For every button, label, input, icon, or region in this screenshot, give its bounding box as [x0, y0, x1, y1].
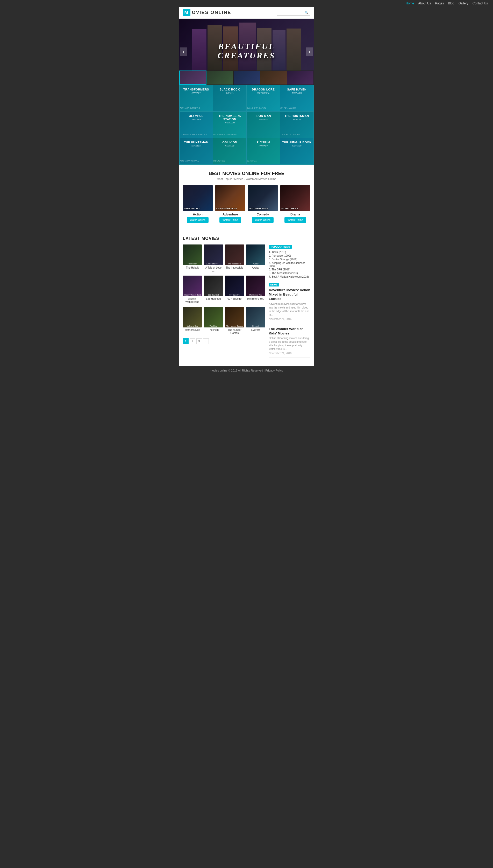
news-badge: NEWS — [269, 283, 279, 287]
logo: M OVIES ONLINE — [183, 9, 231, 16]
latest-movies-col: The Hobbit The Hobbit A Tale of Love ...… — [183, 245, 265, 361]
movie-grid-item[interactable]: THE HUNTSMAN ACTION THE HUNTSMAN — [280, 112, 314, 138]
popular-film-item: 4. Keeping Up with the Joneses (2016) — [269, 262, 310, 267]
movie-grid-item[interactable]: SAFE HAVEN THRILLER SAFE HAVEN — [280, 85, 314, 111]
hero-image: BEAUTIFUL CREATURES — [179, 19, 314, 70]
popular-film-item: 7. Boo! A Madea Halloween (2016) — [269, 275, 310, 278]
popular-films-list: 1. Trolls (2016)2. Romance (1999)3. Doct… — [269, 251, 310, 278]
best-movies-section: BEST MOVIES ONLINE FOR FREE Most Popular… — [179, 165, 314, 232]
best-movies-title: BEST MOVIES ONLINE FOR FREE — [183, 171, 310, 176]
page-button[interactable]: 2 — [190, 338, 195, 344]
news-body: Online streaming movies are doing a grea… — [269, 336, 310, 351]
movie-grid-item[interactable]: OBLIVION FANTASY OBLIVION — [213, 138, 246, 164]
movie-grid-item[interactable]: THE JUNGLE BOOK FANTASY — [280, 138, 314, 164]
slider-next-button[interactable]: › — [306, 47, 313, 56]
movie-card[interactable]: 007 Spectre 007 Spectre — [225, 275, 244, 304]
movie-row: Alice in Wonderland Alice in Wonderland … — [183, 275, 265, 304]
movie-card-name: A Tale of Love ... — [204, 266, 223, 272]
nav-blog[interactable]: Blog — [448, 2, 454, 5]
nav-home[interactable]: Home — [406, 2, 414, 5]
watch-online-button[interactable]: Watch Online — [187, 217, 209, 223]
nav-about[interactable]: About Us — [418, 2, 431, 5]
hero-slider: BEAUTIFUL CREATURES ‹ › — [179, 19, 314, 85]
nav-gallery[interactable]: Gallery — [458, 2, 468, 5]
best-movies-subtitle: Most Popular Movies - Watch All Movies O… — [183, 177, 310, 181]
movie-grid-item[interactable]: IRON MAN FANTASY — [247, 112, 280, 138]
movie-grid: TRANSFORMERS FANTASY TRANSFORMERS BLACK … — [179, 85, 314, 165]
best-movie-card: LES MISÉRABLES Adventure Watch Online — [215, 185, 245, 223]
movie-card-name: 007 Spectre — [225, 297, 244, 301]
movie-grid-item[interactable]: THE HUNTSMAN THRILLER THE HUNTSMAN — [180, 138, 213, 164]
poster-label: LES MISÉRABLES — [216, 207, 237, 210]
movie-thumbnail: The Hunger Games — [225, 307, 244, 327]
site-footer: movies online © 2016 All Rights Reserved… — [0, 366, 493, 375]
movie-thumbnail: Me Before You — [246, 275, 265, 296]
movie-grid-section: TRANSFORMERS FANTASY TRANSFORMERS BLACK … — [179, 85, 314, 165]
movie-card[interactable]: The Impossible The Impossible — [225, 245, 244, 272]
thumb-2[interactable] — [207, 70, 233, 85]
latest-title: LATEST MOVIES — [183, 236, 310, 241]
thumb-5[interactable] — [287, 70, 314, 85]
movie-card-name: Avatar — [246, 266, 265, 269]
movie-poster: LES MISÉRABLES — [215, 185, 245, 211]
popular-film-item: 1. Trolls (2016) — [269, 251, 310, 253]
best-movie-name: Adventure — [215, 212, 245, 216]
poster-label: INTO DARKNESS — [249, 207, 268, 210]
top-navigation: Home About Us Pages Blog Gallery Contact… — [0, 0, 493, 7]
movie-card[interactable]: Avatar Avatar — [246, 245, 265, 272]
popular-film-item: 2. Romance (1999) — [269, 254, 310, 257]
movie-poster: BROKEN CITY — [183, 185, 213, 211]
search-box[interactable]: 🔍 — [277, 10, 310, 16]
page-button[interactable]: 3 — [196, 338, 202, 344]
nav-contact[interactable]: Contact Us — [473, 2, 488, 5]
thumb-4[interactable] — [260, 70, 287, 85]
news-title[interactable]: The Wonder World of Kids' Movies — [269, 327, 310, 336]
movie-card[interactable]: The Hobbit The Hobbit — [183, 245, 202, 272]
popular-film-item: 3. Doctor Strange (2016) — [269, 258, 310, 261]
movie-card[interactable]: Alice in Wonderland Alice in Wonderland — [183, 275, 202, 304]
movie-card-name: The Hunger Games — [225, 329, 244, 335]
movie-thumbnail: The Hobbit — [183, 245, 202, 265]
nav-pages[interactable]: Pages — [435, 2, 444, 5]
hero-title: BEAUTIFUL CREATURES — [218, 42, 275, 60]
latest-section: LATEST MOVIES The Hobbit The Hobbit A Ta… — [179, 232, 314, 366]
watch-online-button[interactable]: Watch Online — [252, 217, 274, 223]
poster-label: WORLD WAR Z — [281, 207, 298, 210]
movie-card[interactable]: The Help The Help — [204, 307, 223, 335]
movie-grid-item[interactable]: TRANSFORMERS FANTASY TRANSFORMERS — [180, 85, 213, 111]
movie-card[interactable]: Mother's Day Mother's Day — [183, 307, 202, 335]
movie-poster: INTO DARKNESS — [248, 185, 278, 211]
movie-card[interactable]: Me Before You Me Before You — [246, 275, 265, 304]
slider-prev-button[interactable]: ‹ — [180, 47, 187, 56]
movie-card[interactable]: Everest Everest — [246, 307, 265, 335]
movie-grid-item[interactable]: OLYMPUS THRILLER OLYMPUS HAS FALLEN — [180, 112, 213, 138]
movie-card[interactable]: 333 Haunted 333 Haunted — [204, 275, 223, 304]
search-input[interactable] — [279, 11, 305, 15]
movie-card[interactable]: The Hunger Games The Hunger Games — [225, 307, 244, 335]
watch-online-button[interactable]: Watch Online — [219, 217, 241, 223]
movie-grid-item[interactable]: ELYSIUM FANTASY ELYSIUM — [247, 138, 280, 164]
thumbnail-strip — [179, 70, 314, 85]
movie-thumbnail: Mother's Day — [183, 307, 202, 327]
movie-thumbnail: The Help — [204, 307, 223, 327]
movie-card-name: 333 Haunted — [204, 297, 223, 301]
news-title[interactable]: Adventure Movies: Action Mixed in Beauti… — [269, 288, 310, 301]
search-icon[interactable]: 🔍 — [305, 11, 308, 15]
movie-grid-item[interactable]: DRAGON LORE HISTORICAL SHADOW CANAL — [247, 85, 280, 111]
popular-film-item: 6. The Accountant (2016) — [269, 272, 310, 274]
news-article: Adventure Movies: Action Mixed in Beauti… — [269, 288, 310, 323]
logo-letter: M — [183, 9, 190, 16]
thumb-3[interactable] — [233, 70, 260, 85]
page-button[interactable]: 1 — [183, 338, 189, 344]
watch-online-button[interactable]: Watch Online — [284, 217, 306, 223]
movie-card[interactable]: A Tale of Love ... A Tale of Love ... — [204, 245, 223, 272]
movie-grid-item[interactable]: BLACK ROCK DRAMA — [213, 85, 246, 111]
pagination: 123› — [183, 338, 265, 344]
movie-card-name: Everest — [246, 329, 265, 332]
movie-thumbnail: Everest — [246, 307, 265, 327]
best-movie-name: Action — [183, 212, 213, 216]
page-button[interactable]: › — [203, 338, 209, 344]
movie-grid-item[interactable]: THE NUMBERS STATION THRILLER NUMBERS STA… — [213, 112, 246, 138]
movie-thumbnail: The Impossible — [225, 245, 244, 265]
thumb-1[interactable] — [179, 70, 207, 85]
